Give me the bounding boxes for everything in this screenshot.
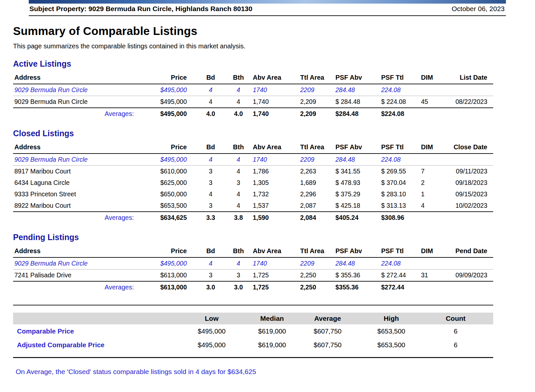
cell-bd: 4 <box>196 188 225 200</box>
cell-ttl-area: 2,087 <box>299 200 334 212</box>
cell-avg-psf-abv: $284.48 <box>334 108 380 120</box>
cell-psf-ttl: $ 283.10 <box>380 188 419 200</box>
summary-row-adjusted-comparable-price: Adjusted Comparable Price $495,000 $619,… <box>13 338 493 352</box>
summary-bottom-rule <box>13 357 493 358</box>
cell-address: 8922 Maribou Court <box>13 200 157 212</box>
column-header-row: Address Price Bd Bth Abv Area Ttl Area P… <box>13 73 493 84</box>
column-header-psf-ttl: PSF Ttl <box>380 73 419 84</box>
cell-dim <box>419 84 439 96</box>
subject-property-text: Subject Property: 9029 Bermuda Run Circl… <box>29 5 252 13</box>
subject-property-row: 9029 Bermuda Run Circle $495,000 4 4 174… <box>13 154 493 166</box>
cell-dim: 31 <box>419 270 439 282</box>
cell-bd: 4 <box>196 154 225 166</box>
banner-strip <box>29 0 506 4</box>
summary-header-blank <box>13 313 170 324</box>
cell-bth: 4 <box>225 257 251 270</box>
cell-abv-area: 1740 <box>251 257 299 270</box>
cell-abv-area: 1,305 <box>251 177 299 188</box>
cell-psf-abv: $ 425.18 <box>334 200 380 212</box>
cell-avg-psf-abv: $355.36 <box>334 281 380 293</box>
cell-avg-dim <box>419 108 439 120</box>
cell-bth: 4 <box>225 154 251 166</box>
cell-avg-abv-area: 1,590 <box>251 212 299 223</box>
cell-dim <box>419 257 439 270</box>
cell-avg-bd: 3.3 <box>196 212 225 223</box>
cell-abv-area: 1740 <box>251 154 299 166</box>
cell-abv-area: 1,740 <box>251 96 299 108</box>
cell-price: $653,500 <box>157 200 196 212</box>
cell-bd: 4 <box>196 257 225 270</box>
cell-ttl-area: 1,689 <box>299 177 334 188</box>
cell-bd: 4 <box>196 84 225 96</box>
averages-row: Averages: $495,000 4.0 4.0 1,740 2,209 $… <box>13 108 493 120</box>
cell-date: 09/09/2023 <box>439 270 493 282</box>
cell-date <box>439 84 493 96</box>
cell-bth: 4 <box>225 84 251 96</box>
summary-top-rule <box>13 305 493 305</box>
cell-bd: 3 <box>196 270 225 282</box>
cell-psf-ttl: 224.08 <box>380 257 419 270</box>
listing-row: 8917 Maribou Court $610,000 3 4 1,786 2,… <box>13 166 493 177</box>
cell-ttl-area: 2,250 <box>299 270 334 282</box>
summary-header-count: Count <box>418 313 493 324</box>
cell-psf-abv: $ 341.55 <box>334 166 380 177</box>
column-header-address: Address <box>13 142 157 154</box>
cell-ttl-area: 2,209 <box>299 96 334 108</box>
cell-date: 10/02/2023 <box>439 200 493 212</box>
column-header-psf-abv: PSF Abv <box>334 246 380 257</box>
cell-psf-ttl: $ 269.55 <box>380 166 419 177</box>
cell-price: $495,000 <box>157 96 196 108</box>
listing-row: 8922 Maribou Court $653,500 3 4 1,537 2,… <box>13 200 493 212</box>
cell-address: 9333 Princeton Street <box>13 188 157 200</box>
cell-psf-ttl: $ 370.04 <box>380 177 419 188</box>
cell-avg-bd: 4.0 <box>196 108 225 120</box>
summary-header-average: Average <box>291 313 365 324</box>
cell-date: 09/11/2023 <box>439 166 493 177</box>
subject-property-row: 9029 Bermuda Run Circle $495,000 4 4 174… <box>13 257 493 270</box>
cell-bth: 4 <box>225 188 251 200</box>
column-header-psf-abv: PSF Abv <box>334 142 380 154</box>
cell-avg-date <box>439 108 493 120</box>
cell-psf-abv: $ 355.36 <box>334 270 380 282</box>
page-subtitle: This page summarizes the comparable list… <box>13 42 535 50</box>
cell-psf-abv: $ 478.93 <box>334 177 380 188</box>
summary-row-label: Adjusted Comparable Price <box>13 338 170 352</box>
report-page: Subject Property: 9029 Bermuda Run Circl… <box>0 0 535 376</box>
column-header-price: Price <box>157 73 196 84</box>
cell-ttl-area: 2209 <box>299 257 334 270</box>
cell-date: 09/15/2023 <box>439 188 493 200</box>
column-header-address: Address <box>13 73 157 84</box>
cell-price: $613,000 <box>157 270 196 282</box>
cell-high: $653,500 <box>365 338 418 352</box>
cell-avg-bth: 3.8 <box>225 212 251 223</box>
cell-ttl-area: 2,296 <box>299 188 334 200</box>
column-header-row: Address Price Bd Bth Abv Area Ttl Area P… <box>13 246 493 257</box>
report-header: Subject Property: 9029 Bermuda Run Circl… <box>29 4 506 16</box>
cell-bth: 3 <box>225 177 251 188</box>
cell-bth: 4 <box>225 200 251 212</box>
price-summary-table: Low Median Average High Count Comparable… <box>13 313 493 352</box>
cell-median: $619,000 <box>253 338 291 352</box>
column-header-bd: Bd <box>196 73 225 84</box>
cell-ttl-area: 2209 <box>299 84 334 96</box>
cell-bth: 4 <box>225 96 251 108</box>
column-header-psf-abv: PSF Abv <box>334 73 380 84</box>
summary-header-low: Low <box>170 313 253 324</box>
averages-label: Averages: <box>13 212 157 223</box>
column-header-dim: DIM <box>419 142 439 154</box>
summary-row-comparable-price: Comparable Price $495,000 $619,000 $607,… <box>13 324 493 338</box>
cell-avg-ttl-area: 2,084 <box>299 212 334 223</box>
column-header-pend-date: Pend Date <box>439 246 493 257</box>
cell-price: $650,000 <box>157 188 196 200</box>
cell-average: $607,750 <box>291 324 365 338</box>
summary-header-median: Median <box>253 313 291 324</box>
column-header-bth: Bth <box>225 73 251 84</box>
cell-bd: 3 <box>196 166 225 177</box>
cell-bth: 4 <box>225 166 251 177</box>
section-heading-pending: Pending Listings <box>13 233 535 242</box>
column-header-ttl-area: Ttl Area <box>299 246 334 257</box>
cell-dim <box>419 154 439 166</box>
cell-avg-psf-ttl: $224.08 <box>380 108 419 120</box>
cell-avg-psf-abv: $405.24 <box>334 212 380 223</box>
cell-average: $607,750 <box>291 338 365 352</box>
